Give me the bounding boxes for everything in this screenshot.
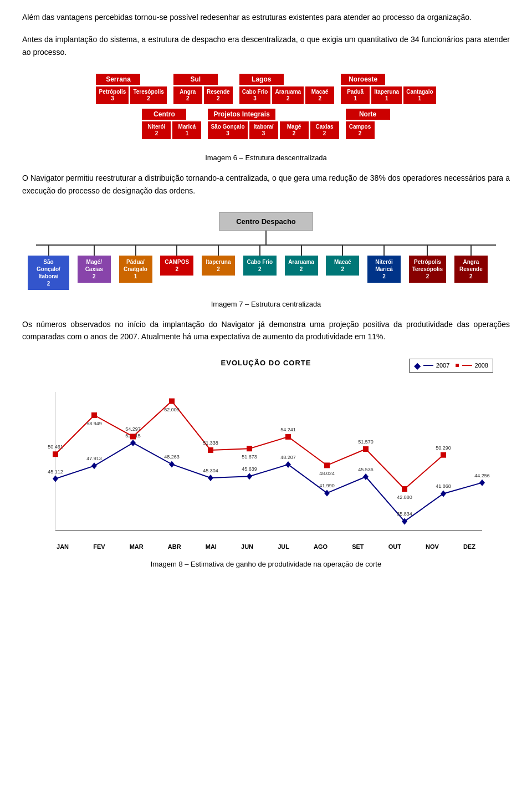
- svg-text:51.338: 51.338: [203, 440, 218, 446]
- region-header: Sul: [173, 74, 218, 85]
- month-label: NOV: [426, 543, 439, 550]
- paragraph-1-text: Além das vantagens percebidas tornou-se …: [22, 13, 472, 22]
- branch-item: AngraResende2: [454, 246, 488, 290]
- legend-2007: 2007: [436, 362, 449, 369]
- paragraph-4-text: Os números observados no início da impla…: [22, 320, 510, 341]
- region-header: Noroeste: [341, 74, 385, 85]
- svg-marker-22: [441, 490, 446, 497]
- paragraph-4: Os números observados no início da impla…: [22, 318, 510, 343]
- city-box: Teresópolis2: [130, 86, 166, 104]
- branch-vertical-line: [176, 246, 177, 256]
- region-group: NorteCampos2: [346, 109, 390, 139]
- svg-text:62.009: 62.009: [164, 406, 180, 412]
- region-header: Lagos: [239, 74, 284, 85]
- paragraph-1: Além das vantagens percebidas tornou-se …: [22, 11, 510, 23]
- svg-marker-10: [208, 475, 213, 481]
- month-label: FEV: [93, 543, 105, 550]
- branch-item: Itaperuna2: [202, 246, 235, 290]
- chart-legend: ◆ 2007 ■ 2008: [311, 359, 493, 373]
- city-box: Itaboraí3: [249, 121, 278, 139]
- svg-text:58.949: 58.949: [86, 421, 102, 426]
- svg-text:50.290: 50.290: [436, 445, 451, 450]
- svg-text:54.241: 54.241: [280, 427, 296, 432]
- region-cities: São Gonçalo3Itaboraí3Magé2Caxias2: [208, 121, 339, 139]
- svg-rect-30: [130, 434, 136, 439]
- central-node: Itaperuna2: [202, 256, 235, 276]
- branch-vertical-line: [48, 246, 49, 256]
- central-node: NiteróiMaricá2: [367, 256, 401, 283]
- svg-rect-26: [53, 451, 58, 457]
- svg-text:41.868: 41.868: [436, 483, 451, 489]
- region-group: CentroNiterói2Maricá1: [142, 109, 201, 139]
- region-group: Projetos IntegraisSão Gonçalo3Itaboraí3M…: [208, 109, 339, 139]
- branch-item: Cabo Frio2: [243, 246, 277, 290]
- centro-despacho: Centro Despacho: [219, 212, 313, 231]
- region-cities: Niterói2Maricá1: [142, 121, 201, 139]
- central-node: Magé/Caxias2: [78, 256, 111, 283]
- svg-rect-44: [402, 486, 407, 492]
- month-label: AGO: [314, 543, 328, 550]
- image6-container: SerranaPetrópolis3Teresópolis2SulAngra2R…: [22, 68, 510, 162]
- svg-marker-12: [247, 473, 252, 480]
- svg-marker-14: [285, 461, 291, 468]
- city-box: Caxias2: [310, 121, 339, 139]
- central-node: CAMPOS2: [160, 256, 193, 276]
- svg-marker-4: [91, 462, 97, 469]
- line-chart: 45.11247.91352.91548.26345.30445.63948.2…: [39, 375, 493, 542]
- city-box: Campos2: [346, 121, 375, 139]
- svg-rect-46: [441, 452, 446, 457]
- branch-vertical-line: [342, 246, 343, 256]
- month-label: JAN: [57, 543, 69, 550]
- svg-rect-36: [247, 446, 252, 451]
- branch-item: NiteróiMaricá2: [367, 246, 401, 290]
- region-header: Norte: [346, 109, 390, 120]
- month-label: JUN: [241, 543, 253, 550]
- branch-vertical-line: [259, 246, 260, 256]
- branch-item: PetrópolisTeresópolis2: [409, 246, 446, 290]
- month-label: MAI: [206, 543, 217, 550]
- svg-rect-40: [324, 462, 330, 468]
- svg-text:47.913: 47.913: [86, 456, 102, 461]
- chart-container: EVOLUÇÃO DO CORTE ◆ 2007 ■ 2008 45.11247…: [28, 353, 504, 555]
- city-box: Itaperuna1: [371, 86, 402, 104]
- decentral-row-2: CentroNiterói2Maricá1Projetos IntegraisS…: [44, 109, 488, 139]
- city-box: Maricá1: [172, 121, 201, 139]
- branch-item: CAMPOS2: [160, 246, 193, 290]
- svg-text:48.024: 48.024: [319, 471, 335, 476]
- svg-rect-38: [285, 434, 291, 440]
- central-node: Cabo Frio2: [243, 256, 277, 276]
- svg-rect-32: [169, 398, 175, 404]
- region-cities: Campos2: [346, 121, 375, 139]
- month-label: MAR: [130, 543, 144, 550]
- svg-marker-2: [53, 475, 58, 482]
- city-box: Magé2: [280, 121, 309, 139]
- svg-marker-24: [479, 479, 485, 486]
- central-node: AngraResende2: [454, 256, 488, 283]
- region-cities: Cabo Frio3Araruama2Macaé2: [239, 86, 334, 104]
- decentral-chart: SerranaPetrópolis3Teresópolis2SulAngra2R…: [39, 68, 493, 149]
- caption-6: Imagem 6 – Estrutura descentralizada: [205, 154, 327, 162]
- branch-vertical-line: [94, 246, 95, 256]
- branch-item: Pádua/Cnatgalo1: [119, 246, 152, 290]
- branch-item: Macaé2: [326, 246, 359, 290]
- svg-text:51.570: 51.570: [358, 439, 374, 445]
- svg-marker-6: [130, 440, 136, 446]
- image8-container: EVOLUÇÃO DO CORTE ◆ 2007 ■ 2008 45.11247…: [22, 353, 510, 568]
- city-box: Resende2: [204, 86, 233, 104]
- svg-text:45.304: 45.304: [203, 468, 218, 473]
- city-box: Petrópolis3: [96, 86, 129, 104]
- svg-rect-42: [363, 446, 369, 452]
- region-header: Centro: [142, 109, 186, 120]
- month-label: DEZ: [463, 543, 475, 550]
- central-node: São Gonçalo/Itaborai2: [28, 256, 69, 290]
- legend-2008: 2008: [475, 362, 488, 369]
- svg-text:54.297: 54.297: [125, 426, 141, 432]
- paragraph-3-text: O Navigator permitiu reestruturar a dist…: [22, 174, 510, 195]
- svg-text:48.263: 48.263: [164, 454, 180, 460]
- svg-text:42.880: 42.880: [397, 495, 412, 500]
- central-node: Pádua/Cnatgalo1: [119, 256, 152, 283]
- region-cities: Paduã1Itaperuna1Cantagalo1: [341, 86, 436, 104]
- branch-vertical-line: [218, 246, 219, 256]
- svg-text:45.112: 45.112: [48, 468, 63, 474]
- central-top: Centro Despacho: [28, 212, 504, 231]
